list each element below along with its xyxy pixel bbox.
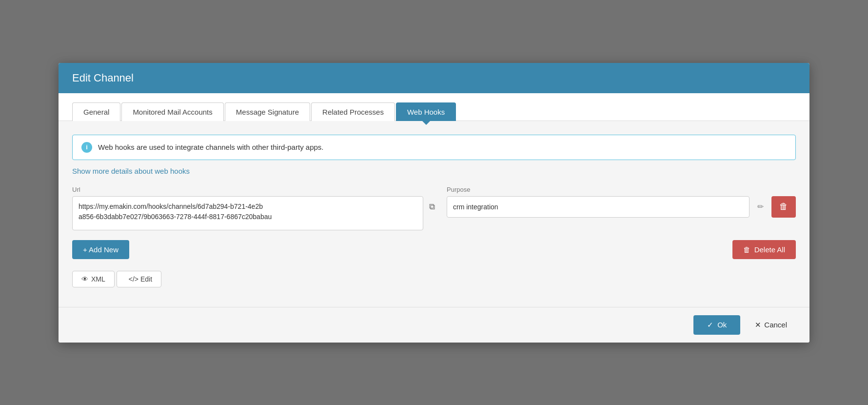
tab-web-hooks[interactable]: Web Hooks — [396, 102, 456, 121]
url-group: Url https://my.emakin.com/hooks/channels… — [72, 186, 437, 230]
info-text: Web hooks are used to integrate channels… — [98, 143, 324, 151]
edit-label: </> Edit — [129, 275, 152, 283]
xml-label: XML — [91, 275, 105, 283]
tab-message-signature[interactable]: Message Signature — [225, 102, 310, 121]
ok-button[interactable]: ✓ Ok — [693, 315, 740, 335]
bottom-tabs-bar: 👁 XML </> Edit — [72, 271, 796, 287]
info-icon: i — [81, 142, 92, 153]
url-field-wrap: https://my.emakin.com/hooks/channels/6d7… — [72, 196, 437, 230]
purpose-wrap: ✏ 🗑 — [447, 196, 796, 218]
tab-monitored-mail[interactable]: Monitored Mail Accounts — [121, 102, 223, 121]
info-box: i Web hooks are used to integrate channe… — [72, 135, 796, 160]
purpose-label: Purpose — [447, 186, 796, 193]
cancel-label: Cancel — [764, 321, 787, 329]
purpose-group: Purpose ✏ 🗑 — [447, 186, 796, 218]
cancel-x-icon: ✕ — [755, 321, 761, 329]
purpose-input[interactable] — [447, 196, 750, 218]
modal-header: Edit Channel — [59, 63, 809, 93]
webhook-form-row: Url https://my.emakin.com/hooks/channels… — [72, 186, 796, 230]
modal-title: Edit Channel — [72, 72, 134, 84]
modal-overlay: Edit Channel General Monitored Mail Acco… — [0, 0, 868, 405]
show-more-link[interactable]: Show more details about web hooks — [72, 167, 190, 175]
tabs-bar: General Monitored Mail Accounts Message … — [59, 93, 809, 121]
action-row: + Add New 🗑 Delete All — [72, 240, 796, 259]
add-new-label: + Add New — [83, 245, 118, 254]
delete-all-label: Delete All — [754, 245, 785, 254]
add-new-button[interactable]: + Add New — [72, 240, 129, 259]
modal-body: General Monitored Mail Accounts Message … — [59, 93, 809, 307]
edit-channel-modal: Edit Channel General Monitored Mail Acco… — [59, 63, 809, 343]
url-label: Url — [72, 186, 437, 193]
url-input[interactable]: https://my.emakin.com/hooks/channels/6d7… — [72, 196, 423, 230]
tab-general[interactable]: General — [72, 102, 120, 121]
cancel-button[interactable]: ✕ Cancel — [746, 315, 796, 335]
checkmark-icon: ✓ — [707, 321, 713, 329]
copy-url-button[interactable]: ⧉ — [427, 200, 437, 214]
xml-tab-button[interactable]: 👁 XML — [72, 271, 115, 287]
delete-all-button[interactable]: 🗑 Delete All — [732, 240, 796, 259]
trash-icon: 🗑 — [743, 245, 750, 254]
purpose-edit-button[interactable]: ✏ — [753, 200, 768, 213]
delete-row-button[interactable]: 🗑 — [771, 196, 796, 218]
modal-footer: ✓ Ok ✕ Cancel — [59, 307, 809, 343]
content-area: i Web hooks are used to integrate channe… — [59, 121, 809, 307]
tab-related-processes[interactable]: Related Processes — [311, 102, 395, 121]
edit-tab-button[interactable]: </> Edit — [117, 271, 161, 287]
ok-label: Ok — [717, 321, 727, 329]
eye-icon: 👁 — [81, 275, 88, 283]
